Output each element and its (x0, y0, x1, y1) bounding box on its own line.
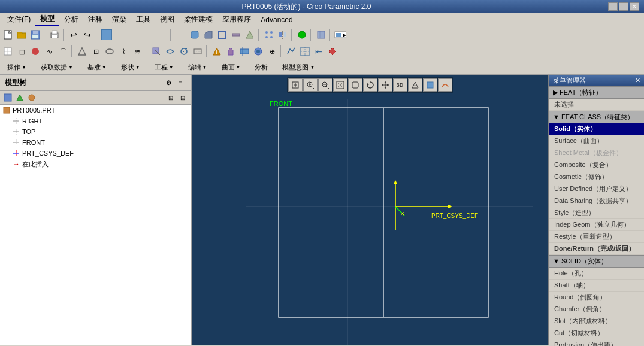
feat-class-data-sharing[interactable]: Data Sharing（数据共享） (549, 195, 644, 207)
tree-tb-2[interactable] (14, 92, 25, 103)
feat-unselected[interactable]: 未选择 (549, 99, 644, 111)
ops-shape[interactable]: 形状 ▼ (116, 62, 145, 73)
tb2-7[interactable]: ⊡ (89, 45, 102, 58)
tb2-10[interactable]: ≋ (131, 45, 144, 58)
tb2-19[interactable]: ⊕ (265, 45, 279, 58)
tb-model-player[interactable]: ▶ (334, 28, 347, 41)
tb-revolve[interactable] (128, 28, 141, 41)
maximize-button[interactable]: □ (619, 2, 628, 11)
tb2-22[interactable]: ⇤ (312, 45, 325, 58)
menu-view[interactable]: 视图 (155, 13, 179, 26)
ops-engineering[interactable]: 工程 ▼ (150, 62, 179, 73)
tb2-15[interactable] (210, 45, 223, 58)
tree-item-top[interactable]: TOP (0, 126, 191, 137)
tree-item-right[interactable]: RIGHT (0, 116, 191, 126)
tb2-4[interactable]: ∿ (43, 45, 56, 58)
tb-round[interactable] (188, 28, 201, 41)
tree-collapse-btn[interactable]: ⊟ (177, 92, 188, 103)
tb2-9[interactable]: ⌇ (117, 45, 130, 58)
tb2-5[interactable]: ⌒ (56, 45, 69, 58)
tb2-2[interactable]: ◫ (15, 45, 28, 58)
feat-class-section-header[interactable]: ▼ FEAT CLASS（特征类） (549, 111, 644, 123)
tb2-8[interactable] (103, 45, 116, 58)
feat-class-surface[interactable]: Surface（曲面） (549, 135, 644, 147)
tb-chamfer[interactable] (202, 28, 215, 41)
menu-analysis[interactable]: 分析 (59, 13, 83, 26)
tree-tb-3[interactable] (26, 92, 37, 103)
tb-blend[interactable] (155, 28, 168, 41)
tree-item-root[interactable]: PRT0005.PRT (0, 105, 191, 116)
tree-filter-btn[interactable]: ≡ (175, 77, 186, 88)
tb-rib[interactable] (229, 28, 243, 41)
menu-flex-model[interactable]: 柔性建模 (179, 13, 217, 26)
tb2-20[interactable] (285, 45, 298, 58)
menu-apps[interactable]: 应用程序 (217, 13, 256, 26)
tb2-21[interactable] (298, 45, 312, 58)
menu-file[interactable]: 文件(F) (2, 13, 35, 26)
ops-analysis[interactable]: 分析 (250, 62, 273, 73)
feat-class-restyle[interactable]: Restyle（重新造型） (549, 231, 644, 243)
menu-model[interactable]: 模型 (35, 13, 59, 26)
ops-datum[interactable]: 基准 ▼ (83, 62, 111, 73)
feat-class-style[interactable]: Style（造型） (549, 207, 644, 219)
ops-actions[interactable]: 操作 ▼ (2, 62, 31, 73)
menu-advanced[interactable]: Advanced (256, 14, 297, 25)
tb-mirror[interactable] (276, 28, 289, 41)
feat-class-cosmetic[interactable]: Cosmetic（修饰） (549, 171, 644, 183)
feat-class-solid[interactable]: Solid（实体） (549, 123, 644, 135)
tb-sketch[interactable] (100, 28, 113, 41)
menu-tools[interactable]: 工具 (131, 13, 155, 26)
tb-redo[interactable]: ↪ (81, 28, 94, 41)
ops-model-intent[interactable]: 模型意图 ▼ (277, 62, 319, 73)
close-button[interactable]: ✕ (630, 2, 639, 11)
feat-class-sheet-metal[interactable]: Sheet Metal（板金件） (549, 147, 644, 159)
tb-draft[interactable] (243, 28, 256, 41)
tree-item-insert[interactable]: → 在此插入 (0, 159, 191, 169)
solid-slot[interactable]: Slot（内部减材料） (549, 315, 644, 327)
tb-undo[interactable]: ↩ (67, 28, 80, 41)
tb-open[interactable] (15, 28, 28, 41)
solid-cut[interactable]: Cut（切减材料） (549, 327, 644, 339)
solid-hole[interactable]: Hole（孔） (549, 268, 644, 280)
tb-extrude[interactable] (114, 28, 127, 41)
tree-expand-btn[interactable]: ⊞ (165, 92, 176, 103)
tree-settings-btn[interactable]: ⚙ (163, 77, 174, 88)
tb-sweep[interactable] (141, 28, 155, 41)
tb2-6[interactable] (75, 45, 89, 58)
tb2-23[interactable] (326, 45, 339, 58)
tb-pattern[interactable] (262, 28, 276, 41)
tb2-3[interactable] (29, 45, 42, 58)
feat-class-indep-geom[interactable]: Indep Geom（独立几何） (549, 219, 644, 231)
tb-regen-status[interactable] (295, 28, 309, 41)
feat-class-user-defined[interactable]: User Defined（用户定义） (549, 183, 644, 195)
ops-edit[interactable]: 编辑 ▼ (183, 62, 212, 73)
viewport[interactable]: 3D FRONT (192, 75, 548, 345)
ops-get-data[interactable]: 获取数据 ▼ (36, 62, 78, 73)
tb2-1[interactable] (1, 45, 14, 58)
tree-item-front[interactable]: FRONT (0, 137, 191, 148)
menu-render[interactable]: 渲染 (107, 13, 131, 26)
tb2-13[interactable] (177, 45, 191, 58)
feat-class-done-return[interactable]: Done/Return（完成/返回） (549, 243, 644, 255)
tb2-11[interactable] (150, 45, 163, 58)
solid-round[interactable]: Round（倒圆角） (549, 292, 644, 303)
solid-protrusion[interactable]: Protrusion（伸出项） (549, 339, 644, 346)
tb-hole[interactable] (174, 28, 188, 41)
tb2-14[interactable] (191, 45, 204, 58)
tb-new[interactable] (1, 28, 14, 41)
menu-manager-close[interactable]: ✕ (635, 77, 640, 84)
tb2-18[interactable] (252, 45, 265, 58)
menu-annotation[interactable]: 注释 (83, 13, 107, 26)
tree-tb-1[interactable] (2, 92, 13, 103)
solid-section-header[interactable]: ▼ SOLID（实体） (549, 255, 644, 268)
tb-print[interactable] (48, 28, 61, 41)
tb2-17[interactable] (238, 45, 251, 58)
feat-section-header[interactable]: ▶ FEAT（特征） (549, 86, 644, 99)
tb-save[interactable] (29, 28, 42, 41)
feat-class-composite[interactable]: Composite（复合） (549, 159, 644, 171)
tb-shell[interactable] (216, 28, 229, 41)
minimize-button[interactable]: ─ (608, 2, 618, 11)
tb2-16[interactable] (224, 45, 237, 58)
solid-shaft[interactable]: Shaft（轴） (549, 280, 644, 292)
model-tree-content[interactable]: PRT0005.PRT RIGHT TOP (0, 105, 191, 345)
